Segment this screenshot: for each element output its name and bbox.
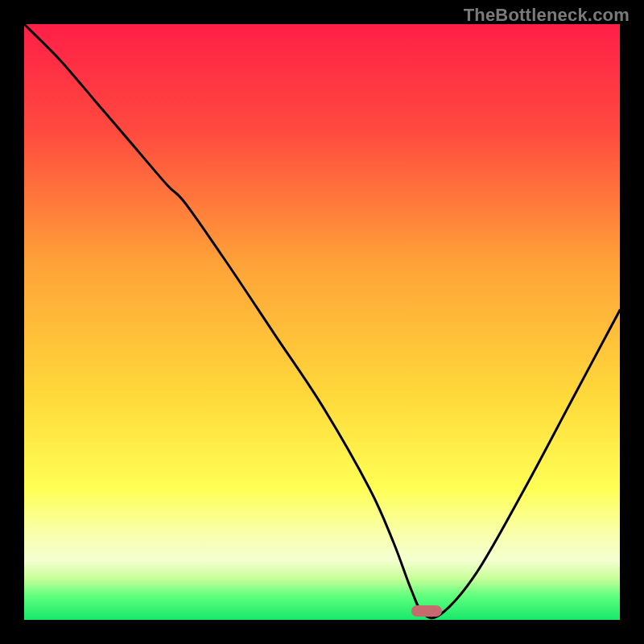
optimal-point-marker (411, 605, 442, 617)
outer-frame: TheBottleneck.com (0, 0, 644, 644)
bottleneck-curve-path (24, 24, 620, 618)
bottleneck-curve (24, 24, 620, 620)
plot-area (24, 24, 620, 620)
watermark-text: TheBottleneck.com (464, 5, 630, 26)
